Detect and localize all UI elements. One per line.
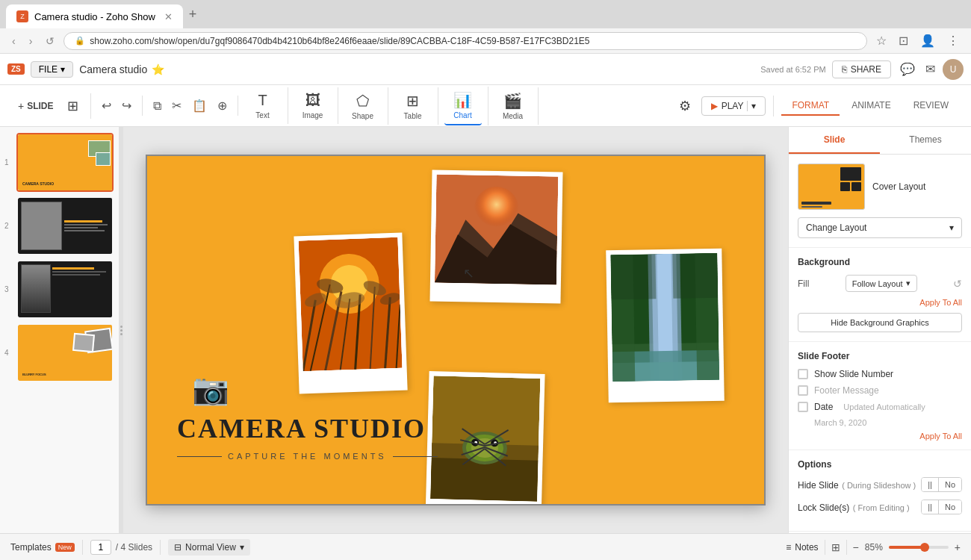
file-menu-button[interactable]: FILE ▾ <box>31 61 73 78</box>
grid-view-button[interactable]: ⊞ <box>831 541 840 553</box>
thumb4-photo2 <box>72 333 95 352</box>
fill-chevron: ▾ <box>906 279 910 288</box>
notes-button[interactable]: ≡ Notes <box>786 542 818 553</box>
format-tab[interactable]: FORMAT <box>781 96 840 116</box>
slide-thumb-3[interactable] <box>16 260 114 319</box>
refresh-color-icon[interactable]: ↺ <box>953 278 962 290</box>
share-button[interactable]: ⎘ SHARE <box>832 60 891 78</box>
table-tool-button[interactable]: ⊞ Table <box>394 87 432 125</box>
lock-slide-toggle-no[interactable]: No <box>939 500 961 514</box>
play-button[interactable]: ▶ PLAY ▾ <box>701 96 766 116</box>
background-title: Background <box>798 257 962 267</box>
screen-icon[interactable]: ⊡ <box>894 31 913 51</box>
show-slide-number-label: Show Slide Number <box>814 369 893 379</box>
undo-button[interactable]: ↩ <box>97 96 116 116</box>
zoom-out-button[interactable]: − <box>853 541 859 553</box>
layout-button[interactable]: ⊞ <box>61 93 84 119</box>
view-icon: ⊟ <box>174 542 182 553</box>
document-title: Camera studio ⭐ <box>79 63 164 75</box>
zoom-in-button[interactable]: + <box>955 541 961 553</box>
new-tab-button[interactable]: + <box>183 1 203 28</box>
toolbar-right: ⚙ ▶ PLAY ▾ FORMAT ANIMATE REVIEW <box>673 93 959 119</box>
hide-background-button[interactable]: Hide Background Graphics <box>798 313 962 332</box>
lock-slide-toggle-ii[interactable]: || <box>922 500 939 514</box>
animate-tab[interactable]: ANIMATE <box>841 96 901 116</box>
hide-slide-toggle-no[interactable]: No <box>939 478 961 491</box>
apply-to-all-link[interactable]: Apply To All <box>798 298 962 307</box>
date-checkbox[interactable] <box>798 402 808 412</box>
footer-message-checkbox[interactable] <box>798 385 808 396</box>
right-bottom-controls: ≡ Notes ⊞ − 85% + <box>786 540 961 555</box>
redo-button[interactable]: ↪ <box>117 96 136 116</box>
fill-dropdown[interactable]: Follow Layout ▾ <box>846 275 917 292</box>
templates-button[interactable]: Templates New <box>10 542 75 553</box>
doc-star-icon[interactable]: ⭐ <box>152 63 164 75</box>
layout-section: Cover Layout Change Layout ▾ <box>789 155 971 248</box>
file-chevron: ▾ <box>61 64 65 75</box>
profile-icon[interactable]: 👤 <box>916 31 940 51</box>
forward-button[interactable]: › <box>25 32 37 50</box>
media-label: Media <box>503 112 523 120</box>
slide-number-1: 1 <box>4 158 13 167</box>
accessibility-button[interactable]: ⚙ <box>673 93 697 119</box>
apply-to-all-bottom-link[interactable]: Apply To All <box>798 432 962 441</box>
refresh-button[interactable]: ↺ <box>41 32 59 50</box>
insert-shape-section: ⬠ Shape <box>344 87 388 125</box>
image-tool-button[interactable]: 🖼 Image <box>294 87 332 124</box>
slide-number-3: 3 <box>4 285 13 293</box>
show-slide-number-checkbox[interactable] <box>798 369 808 379</box>
themes-tab[interactable]: Themes <box>880 127 971 154</box>
send-button[interactable]: ✉ <box>922 59 938 79</box>
more-icon[interactable]: ⋮ <box>943 31 964 51</box>
slide-thumb-content-2 <box>18 198 114 254</box>
slide-thumb-content-3 <box>18 261 114 317</box>
change-layout-button[interactable]: Change Layout ▾ <box>798 217 962 238</box>
slide-number-4: 4 <box>4 349 13 357</box>
text-tool-button[interactable]: T Text <box>244 87 282 124</box>
clipboard-section: ⧉ ✂ 📋 ⊕ <box>149 96 238 116</box>
image-icon: 🖼 <box>305 92 320 109</box>
shape-tool-button[interactable]: ⬠ Shape <box>344 87 382 125</box>
media-tool-button[interactable]: 🎬 Media <box>494 87 532 125</box>
slide-thumb-1[interactable]: CAMERA STUDIO <box>16 133 114 192</box>
zoom-thumb[interactable] <box>920 543 929 552</box>
slide-item-1[interactable]: 1 CAMERA STUDIO <box>4 133 114 192</box>
lock-slide-row: Lock Slide(s) ( From Editing ) || No <box>798 500 962 514</box>
browser-tab[interactable]: Z Camera studio - Zoho Show ✕ <box>6 4 183 28</box>
slide-canvas[interactable]: 📷 CAMERA STUDIO CAPTURE THE MOMENTS <box>146 155 766 505</box>
tab-close-icon[interactable]: ✕ <box>164 11 173 22</box>
user-avatar[interactable]: U <box>943 59 964 80</box>
layout-name: Cover Layout <box>872 181 925 192</box>
bookmark-icon[interactable]: ☆ <box>872 31 891 51</box>
slide-item-2[interactable]: 2 <box>4 196 114 255</box>
back-button[interactable]: ‹ <box>7 32 20 50</box>
photo-1 <box>435 175 559 285</box>
slide-tab[interactable]: Slide <box>789 127 880 154</box>
save-status: Saved at 6:52 PM <box>760 65 825 74</box>
accessibility-icon: ⚙ <box>679 98 691 114</box>
fill-label: Fill <box>798 279 809 289</box>
chart-tool-button[interactable]: 📊 Chart <box>444 87 482 125</box>
slide-item-3[interactable]: 3 <box>4 260 114 319</box>
copy-button[interactable]: ⧉ <box>149 96 166 116</box>
review-tab[interactable]: REVIEW <box>903 96 959 116</box>
slide-thumb-4[interactable]: BLURRY FOCUS <box>16 323 114 382</box>
cut-button[interactable]: ✂ <box>167 96 186 116</box>
hide-slide-toggle-ii[interactable]: || <box>922 478 939 491</box>
chart-label: Chart <box>453 111 471 119</box>
zoom-slider[interactable] <box>889 546 949 549</box>
slide-total: / 4 Slides <box>116 542 152 553</box>
clone-button[interactable]: ⊕ <box>213 96 232 116</box>
normal-view-button[interactable]: ⊟ Normal View ▾ <box>168 539 250 556</box>
canvas-area[interactable]: ↖ <box>123 127 788 533</box>
share-icon: ⎘ <box>842 64 847 75</box>
slide-number-input[interactable] <box>90 540 111 555</box>
slide-item-4[interactable]: 4 BLURRY FOCUS <box>4 323 114 382</box>
address-bar[interactable]: 🔒 show.zoho.com/show/open/du7gqf9086470d… <box>63 32 867 50</box>
play-dropdown-icon: ▾ <box>747 101 756 111</box>
camera-icon: 📷 <box>192 372 229 407</box>
add-slide-button[interactable]: + SLIDE <box>12 96 60 116</box>
slide-thumb-2[interactable] <box>16 196 114 255</box>
paste-button[interactable]: 📋 <box>187 96 211 116</box>
comment-button[interactable]: 💬 <box>897 59 918 79</box>
